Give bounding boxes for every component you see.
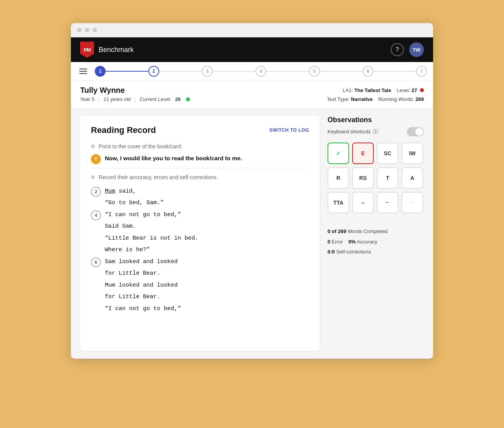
text-type-value: Narrative — [351, 96, 373, 102]
sc-key-button[interactable]: SC — [377, 143, 398, 164]
text-row-mum-looked: Mum looked and looked — [105, 280, 309, 291]
obs-divider — [328, 221, 424, 222]
bullet-1 — [91, 144, 95, 148]
r-key-button[interactable]: R — [328, 167, 349, 189]
word-mum[interactable]: Mum — [105, 188, 115, 195]
book-info: LA1: The Tallest Tale Level: 27 Text Typ… — [327, 86, 424, 104]
text-line-go: “Go to bed, Sam.” — [105, 198, 309, 209]
text-line-little-bear: “Little Bear is not in bed. — [105, 233, 309, 244]
words-completed-count: 0 of 269 — [328, 228, 346, 234]
text-row-where: Where is he?” — [105, 245, 309, 256]
text-row-line2: 2 Mum said, — [91, 186, 309, 197]
shortcuts-help-icon: ⓘ — [373, 128, 378, 135]
text-line-2: Mum said, — [105, 186, 309, 197]
book-level-dot — [420, 88, 424, 92]
text-row-for1: for Little Bear. — [105, 268, 309, 279]
dash-key-button[interactable]: -- — [352, 192, 374, 213]
browser-dot-2 — [85, 28, 89, 32]
instruction-3: Record their accuracy, errors and self-c… — [91, 174, 309, 181]
step-line-5 — [320, 71, 363, 72]
text-row-line6: 6 Sam looked and looked — [91, 257, 309, 268]
book-title: The Tallest Tale — [354, 87, 391, 93]
correct-key-button[interactable]: ✓ — [328, 143, 349, 164]
hamburger-button[interactable] — [77, 66, 91, 76]
text-line-for1: for Little Bear. — [105, 268, 309, 279]
observations-title: Observations — [328, 116, 424, 124]
rs-key-button[interactable]: RS — [352, 167, 374, 189]
step-5[interactable]: 5 — [309, 66, 320, 77]
accuracy-pct: 0% — [348, 239, 356, 245]
text-row-said-sam: Said Sam. — [105, 221, 309, 232]
key-grid: ✓ E SC IW R RS T A TTA -- ← → — [328, 143, 424, 213]
step-1[interactable]: 1 — [95, 66, 106, 77]
app-header-left: PM Benchmark — [80, 42, 134, 58]
student-meta: Year 5 | 11 years old | Current Level: 2… — [80, 96, 190, 102]
text-row-little-bear: “Little Bear is not in bed. — [105, 233, 309, 244]
error-count: 0 — [328, 239, 330, 245]
step-line-3 — [213, 71, 255, 72]
step-3[interactable]: 3 — [202, 66, 213, 77]
reading-record-title: Reading Record — [91, 125, 156, 135]
shortcuts-row: Keyboard shortcuts ⓘ — [328, 127, 424, 136]
step-line-1 — [106, 71, 148, 72]
back-key-button[interactable]: ← — [377, 192, 398, 213]
text-row-for2: for Little Bear. — [105, 292, 309, 303]
hamburger-line-1 — [79, 69, 87, 69]
self-corrections-stat: 0:0 Self-corrections — [328, 248, 424, 256]
text-line-ican: “I can not go to bed,” — [105, 304, 309, 315]
browser-chrome — [71, 23, 433, 37]
student-name: Tully Wynne — [80, 86, 190, 95]
browser-dot-1 — [77, 28, 82, 32]
instructions: Point to the cover of the book/card: T N… — [91, 143, 309, 181]
text-row-line4: 4 “I can not go to bed,” — [91, 210, 309, 221]
user-avatar[interactable]: TW — [409, 42, 424, 57]
tta-key-button[interactable]: TTA — [328, 192, 349, 213]
keyboard-shortcuts-toggle[interactable] — [407, 127, 424, 136]
error-key-button[interactable]: E — [352, 143, 374, 164]
fwd-key-button[interactable]: → — [402, 192, 423, 213]
said-text: said, — [115, 188, 136, 195]
text-content: 2 Mum said, “Go to bed, Sam.” 4 “I can n… — [91, 186, 309, 315]
stepper: 1 2 3 4 5 6 7 — [95, 66, 427, 77]
iw-key-button[interactable]: IW — [402, 143, 423, 164]
browser-dot-3 — [92, 28, 97, 32]
stepper-bar: 1 2 3 4 5 6 7 — [71, 62, 433, 81]
step-7[interactable]: 7 — [416, 66, 427, 77]
teacher-icon: T — [91, 154, 101, 164]
shortcuts-text: Keyboard shortcuts — [328, 129, 371, 134]
student-age: 11 years old — [104, 96, 131, 102]
text-line-said-sam: Said Sam. — [105, 221, 309, 232]
book-info-row1: LA1: The Tallest Tale Level: 27 — [327, 86, 424, 95]
line-num-2: 2 — [91, 187, 101, 197]
reading-panel: Reading Record SWITCH TO LOG Point to th… — [80, 116, 320, 351]
line-num-4: 4 — [91, 210, 101, 220]
step-4[interactable]: 4 — [255, 66, 266, 77]
instruction-1: Point to the cover of the book/card: — [91, 143, 309, 151]
instruction-text-3: Record their accuracy, errors and self-c… — [99, 174, 218, 181]
text-row-go: “Go to bed, Sam.” — [105, 198, 309, 209]
help-button[interactable]: ? — [391, 43, 404, 56]
step-line-6 — [373, 71, 416, 72]
current-level-value: 26 — [175, 96, 180, 102]
instruction-2: T Now, I would like you to read the book… — [91, 154, 309, 164]
student-details-left: Tully Wynne Year 5 | 11 years old | Curr… — [80, 86, 190, 102]
book-level-value: 27 — [412, 87, 417, 93]
student-info: Tully Wynne Year 5 | 11 years old | Curr… — [71, 81, 433, 108]
app-header: PM Benchmark ? TW — [71, 37, 433, 62]
student-year: Year 5 — [80, 96, 94, 102]
bullet-3 — [91, 175, 95, 179]
a-key-button[interactable]: A — [402, 167, 423, 189]
text-line-where: Where is he?” — [105, 245, 309, 256]
step-6[interactable]: 6 — [363, 66, 373, 77]
switch-to-log-button[interactable]: SWITCH TO LOG — [269, 128, 309, 133]
instruction-text-2: Now, I would like you to read the book/c… — [105, 154, 242, 162]
error-stat: 0 Error 0% Accuracy — [328, 238, 424, 246]
t-key-button[interactable]: T — [377, 167, 398, 189]
text-line-for2: for Little Bear. — [105, 292, 309, 303]
book-level-label: Level: — [397, 87, 410, 93]
step-2[interactable]: 2 — [148, 66, 159, 77]
current-level-dot — [186, 97, 190, 101]
pm-logo: PM — [80, 42, 94, 58]
shortcuts-label: Keyboard shortcuts ⓘ — [328, 128, 378, 135]
text-row-ican: “I can not go to bed,” — [105, 304, 309, 315]
